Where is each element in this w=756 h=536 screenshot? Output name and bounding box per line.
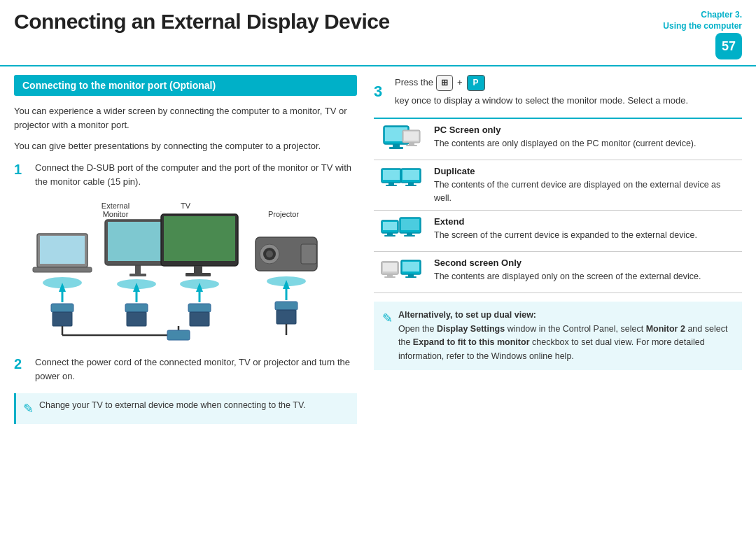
page-container: Connecting an External Display Device Ch… (0, 0, 756, 536)
page-number-badge: 57 (715, 33, 742, 59)
svg-rect-32 (190, 312, 209, 326)
mode-info-extend: Extend The screen of the current device … (434, 216, 739, 242)
svg-point-36 (266, 251, 273, 258)
svg-rect-47 (393, 144, 400, 147)
step-1-number: 1 (14, 161, 28, 178)
svg-rect-15 (135, 265, 141, 274)
svg-rect-42 (276, 310, 296, 324)
mode-info-pc-screen: PC Screen only The contents are only dis… (434, 125, 739, 150)
step-2-text: Connect the power cord of the connected … (35, 355, 357, 383)
svg-rect-71 (387, 274, 393, 276)
svg-rect-22 (125, 304, 148, 312)
dual-note-icon: ✎ (382, 309, 393, 329)
mode-icon-duplicate (377, 166, 426, 195)
mode-desc-second: The contents are displayed only on the s… (434, 270, 739, 283)
diagram-area: External Monitor TV Projector (14, 199, 357, 346)
svg-rect-68 (404, 235, 415, 237)
mode-desc-duplicate: The contents of the current device are d… (434, 178, 739, 205)
svg-rect-72 (384, 276, 396, 278)
right-column: 3 Press the ⊞ + P key once to display a … (374, 75, 742, 431)
svg-rect-76 (405, 276, 416, 278)
step-1-text: Connect the D-SUB port of the computer a… (35, 161, 357, 189)
note-box-tv: ✎ Change your TV to external device mode… (14, 393, 357, 424)
intro-text-2: You can give better presentations by con… (14, 139, 357, 153)
svg-rect-54 (383, 170, 400, 180)
duplicate-icon (380, 166, 422, 195)
dual-view-note: ✎ Alternatively, to set up dual view: Op… (374, 302, 742, 370)
mode-row-duplicate: Duplicate The contents of the current de… (374, 160, 742, 211)
pc-screen-only-icon (380, 125, 422, 154)
mode-title-extend: Extend (434, 216, 739, 227)
chapter-text: Chapter 3. Using the computer (663, 10, 742, 31)
svg-rect-55 (388, 183, 394, 185)
mode-title-pc-screen: PC Screen only (434, 125, 739, 135)
svg-rect-44 (167, 330, 190, 340)
svg-rect-25 (164, 216, 235, 261)
svg-rect-23 (127, 312, 146, 326)
svg-rect-60 (405, 185, 416, 186)
svg-rect-26 (194, 266, 202, 273)
svg-rect-59 (408, 183, 414, 185)
svg-text:Monitor: Monitor (103, 210, 129, 218)
mode-info-second: Second screen Only The contents are disp… (434, 258, 739, 283)
mode-table: PC Screen only The contents are only dis… (374, 118, 742, 294)
content-area: Connecting to the monitor port (Optional… (0, 66, 756, 439)
diagram-svg: External Monitor TV Projector (24, 199, 346, 346)
p-key: P (467, 75, 485, 91)
svg-rect-10 (51, 304, 74, 312)
svg-rect-56 (386, 185, 397, 186)
svg-rect-52 (406, 145, 417, 146)
svg-rect-67 (407, 233, 412, 235)
plus-sign: + (457, 76, 463, 90)
svg-rect-11 (52, 312, 72, 326)
mode-row-pc-screen: PC Screen only The contents are only dis… (374, 119, 742, 160)
svg-rect-6 (33, 267, 92, 272)
svg-rect-16 (130, 274, 146, 276)
svg-text:Projector: Projector (268, 210, 299, 218)
svg-rect-75 (408, 274, 414, 276)
svg-text:TV: TV (181, 202, 191, 210)
dual-note-text: Alternatively, to set up dual view: Open… (398, 309, 734, 363)
mode-desc-extend: The screen of the current device is expa… (434, 229, 739, 242)
page-header: Connecting an External Display Device Ch… (0, 0, 756, 66)
step-3: 3 Press the ⊞ + P key once to display a … (374, 75, 742, 108)
mode-desc-pc-screen: The contents are only displayed on the P… (434, 137, 739, 150)
svg-rect-63 (387, 233, 393, 235)
svg-rect-50 (404, 132, 419, 141)
mode-row-extend: Extend The screen of the current device … (374, 211, 742, 252)
step-3-number: 3 (374, 83, 389, 101)
svg-rect-64 (384, 235, 396, 237)
mode-row-second: Second screen Only The contents are disp… (374, 252, 742, 293)
section-header: Connecting to the monitor port (Optional… (14, 75, 357, 96)
second-screen-only-icon (380, 258, 422, 287)
svg-rect-62 (383, 222, 397, 230)
mode-icon-pc-screen (377, 125, 426, 154)
svg-rect-31 (188, 304, 211, 312)
svg-rect-70 (383, 263, 397, 271)
mode-info-duplicate: Duplicate The contents of the current de… (434, 166, 739, 205)
svg-rect-48 (389, 147, 403, 149)
svg-rect-18 (108, 222, 165, 261)
mode-icon-second (377, 258, 426, 287)
step-1: 1 Connect the D-SUB port of the computer… (14, 161, 357, 189)
mode-icon-extend (377, 216, 426, 246)
svg-rect-41 (275, 302, 298, 310)
svg-text:External: External (102, 202, 130, 210)
svg-rect-74 (402, 262, 419, 271)
svg-rect-37 (301, 244, 316, 264)
step-3-text: Press the ⊞ + P key once to display a wi… (395, 75, 742, 108)
step-2: 2 Connect the power cord of the connecte… (14, 355, 357, 383)
chapter-info: Chapter 3. Using the computer 57 (663, 10, 742, 59)
windows-key: ⊞ (436, 75, 453, 91)
svg-rect-66 (401, 219, 419, 230)
step-2-number: 2 (14, 355, 28, 372)
intro-text-1: You can experience a wider screen by con… (14, 104, 357, 132)
left-column: Connecting to the monitor port (Optional… (14, 75, 357, 431)
svg-rect-51 (409, 143, 414, 145)
page-title: Connecting an External Display Device (14, 10, 390, 34)
extend-icon (380, 216, 422, 246)
note-text: Change your TV to external device mode w… (39, 399, 306, 412)
note-icon: ✎ (23, 400, 34, 418)
dual-note-title: Alternatively, to set up dual view: (398, 310, 536, 320)
mode-title-second: Second screen Only (434, 258, 739, 268)
